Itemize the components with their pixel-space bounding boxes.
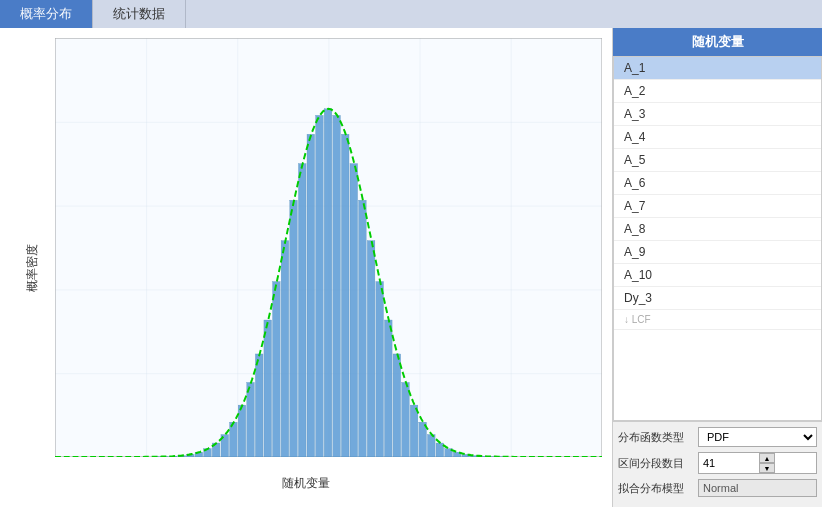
segment-count-input[interactable] (699, 455, 759, 471)
svg-rect-30 (281, 241, 289, 457)
svg-rect-29 (273, 282, 281, 457)
y-axis-label: 概率密度 (24, 244, 41, 292)
svg-rect-40 (367, 241, 375, 457)
svg-rect-47 (427, 435, 435, 457)
variable-item-LCF[interactable]: ↓ LCF (614, 310, 821, 330)
svg-rect-44 (402, 382, 410, 457)
main-container: 概率分布 统计数据 样本概率直方图 定义随机分布曲线: 正态分布 N(μ=2.5… (0, 0, 822, 507)
svg-rect-33 (307, 134, 315, 457)
spinner-down-button[interactable]: ▼ (759, 463, 775, 473)
setting-control-fit-model: Normal (698, 479, 817, 497)
variable-item-A9[interactable]: A_9 (614, 241, 821, 264)
variable-item-A7[interactable]: A_7 (614, 195, 821, 218)
variable-item-A2[interactable]: A_2 (614, 80, 821, 103)
variable-item-A3[interactable]: A_3 (614, 103, 821, 126)
fit-model-display: Normal (698, 479, 817, 497)
spinner-up-button[interactable]: ▲ (759, 453, 775, 463)
svg-rect-43 (393, 354, 401, 457)
variable-item-Dy3[interactable]: Dy_3 (614, 287, 821, 310)
chart-svg: 0.00 0.19 0.38 0.58 0.77 0.96 -0.60 0.64… (55, 38, 602, 457)
x-axis-label: 随机变量 (282, 475, 330, 492)
svg-rect-41 (376, 282, 384, 457)
svg-rect-31 (290, 200, 298, 457)
right-panel: 随机变量 A_1 A_2 A_3 A_4 A_5 A_6 A_7 A_8 A_9… (612, 28, 822, 507)
svg-rect-35 (324, 109, 332, 457)
variable-list-header: 随机变量 (613, 28, 822, 56)
svg-rect-38 (350, 164, 358, 457)
spinner-buttons: ▲ ▼ (759, 453, 775, 473)
setting-row-fit-model: 拟合分布模型 Normal (618, 479, 817, 497)
svg-rect-25 (238, 405, 246, 457)
setting-label-distribution-type: 分布函数类型 (618, 430, 698, 445)
variable-list: A_1 A_2 A_3 A_4 A_5 A_6 A_7 A_8 A_9 A_10… (613, 56, 822, 421)
svg-rect-26 (247, 382, 255, 457)
svg-rect-27 (255, 354, 263, 457)
segment-count-input-group: ▲ ▼ (698, 452, 817, 474)
svg-rect-36 (333, 115, 341, 457)
svg-rect-39 (359, 200, 367, 457)
tab-statistics[interactable]: 统计数据 (93, 0, 186, 28)
setting-row-distribution-type: 分布函数类型 PDF CDF (618, 427, 817, 447)
variable-item-A4[interactable]: A_4 (614, 126, 821, 149)
setting-label-segment-count: 区间分段数目 (618, 456, 698, 471)
tab-probability[interactable]: 概率分布 (0, 0, 93, 28)
setting-control-distribution-type: PDF CDF (698, 427, 817, 447)
content-area: 样本概率直方图 定义随机分布曲线: 正态分布 N(μ=2.500000, σ=0… (0, 28, 822, 507)
svg-rect-34 (316, 115, 324, 457)
svg-rect-24 (230, 422, 238, 457)
variable-item-A5[interactable]: A_5 (614, 149, 821, 172)
svg-rect-32 (298, 164, 306, 457)
tab-bar: 概率分布 统计数据 (0, 0, 822, 28)
svg-rect-28 (264, 320, 272, 457)
svg-rect-48 (436, 443, 444, 457)
setting-control-segment-count: ▲ ▼ (698, 452, 817, 474)
distribution-type-select[interactable]: PDF CDF (698, 427, 817, 447)
setting-row-segment-count: 区间分段数目 ▲ ▼ (618, 452, 817, 474)
svg-rect-42 (384, 320, 392, 457)
svg-rect-45 (410, 405, 418, 457)
variable-item-A10[interactable]: A_10 (614, 264, 821, 287)
chart-area: 样本概率直方图 定义随机分布曲线: 正态分布 N(μ=2.500000, σ=0… (0, 28, 612, 507)
setting-label-fit-model: 拟合分布模型 (618, 481, 698, 496)
variable-item-A1[interactable]: A_1 (614, 57, 821, 80)
variable-item-A6[interactable]: A_6 (614, 172, 821, 195)
svg-rect-37 (341, 134, 349, 457)
variable-item-A8[interactable]: A_8 (614, 218, 821, 241)
settings-area: 分布函数类型 PDF CDF 区间分段数目 (613, 421, 822, 507)
